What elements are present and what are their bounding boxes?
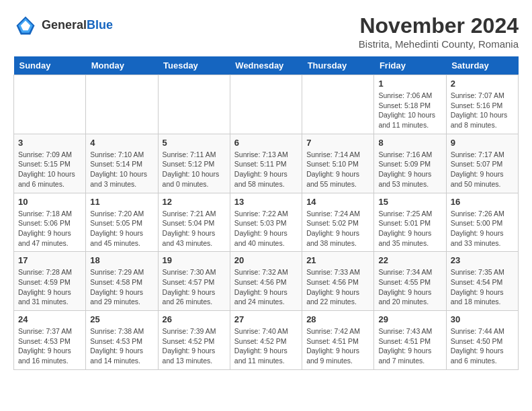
title-section: November 2024 Bistrita, Mehedinti County… bbox=[359, 13, 519, 50]
day-of-week-header: Thursday bbox=[302, 56, 374, 75]
day-number: 8 bbox=[378, 138, 441, 148]
day-number: 25 bbox=[90, 314, 153, 324]
day-number: 7 bbox=[306, 138, 369, 148]
day-of-week-header: Saturday bbox=[446, 56, 518, 75]
calendar-cell: 19Sunrise: 7:30 AM Sunset: 4:57 PM Dayli… bbox=[158, 252, 230, 311]
calendar-cell bbox=[302, 75, 374, 134]
calendar-header-row: SundayMondayTuesdayWednesdayThursdayFrid… bbox=[14, 56, 519, 75]
calendar-cell: 1Sunrise: 7:06 AM Sunset: 5:18 PM Daylig… bbox=[374, 75, 446, 134]
calendar-cell: 3Sunrise: 7:09 AM Sunset: 5:15 PM Daylig… bbox=[14, 134, 86, 193]
calendar-cell bbox=[14, 75, 86, 134]
calendar-cell bbox=[230, 75, 302, 134]
calendar-week-row: 3Sunrise: 7:09 AM Sunset: 5:15 PM Daylig… bbox=[14, 134, 519, 193]
day-number: 13 bbox=[234, 197, 298, 207]
day-number: 3 bbox=[18, 138, 81, 148]
cell-info: Sunrise: 7:26 AM Sunset: 5:00 PM Dayligh… bbox=[451, 209, 514, 248]
cell-info: Sunrise: 7:44 AM Sunset: 4:50 PM Dayligh… bbox=[451, 326, 514, 366]
cell-info: Sunrise: 7:35 AM Sunset: 4:54 PM Dayligh… bbox=[451, 267, 514, 307]
day-number: 29 bbox=[378, 314, 441, 324]
cell-info: Sunrise: 7:16 AM Sunset: 5:09 PM Dayligh… bbox=[378, 150, 441, 189]
day-number: 12 bbox=[163, 197, 226, 207]
day-number: 23 bbox=[451, 255, 514, 265]
calendar-cell: 10Sunrise: 7:18 AM Sunset: 5:06 PM Dayli… bbox=[14, 193, 86, 252]
day-number: 26 bbox=[163, 314, 226, 324]
day-number: 27 bbox=[234, 314, 298, 324]
day-of-week-header: Monday bbox=[86, 56, 158, 75]
cell-info: Sunrise: 7:11 AM Sunset: 5:12 PM Dayligh… bbox=[163, 150, 226, 189]
day-number: 4 bbox=[90, 138, 153, 148]
cell-info: Sunrise: 7:18 AM Sunset: 5:06 PM Dayligh… bbox=[18, 209, 81, 248]
day-number: 30 bbox=[451, 314, 514, 324]
location-title: Bistrita, Mehedinti County, Romania bbox=[359, 38, 519, 50]
calendar-cell: 12Sunrise: 7:21 AM Sunset: 5:04 PM Dayli… bbox=[158, 193, 230, 252]
calendar-cell bbox=[86, 75, 158, 134]
cell-info: Sunrise: 7:06 AM Sunset: 5:18 PM Dayligh… bbox=[378, 91, 441, 130]
calendar-cell: 2Sunrise: 7:07 AM Sunset: 5:16 PM Daylig… bbox=[446, 75, 518, 134]
cell-info: Sunrise: 7:25 AM Sunset: 5:01 PM Dayligh… bbox=[378, 209, 441, 248]
calendar-cell: 4Sunrise: 7:10 AM Sunset: 5:14 PM Daylig… bbox=[86, 134, 158, 193]
calendar-cell: 26Sunrise: 7:39 AM Sunset: 4:52 PM Dayli… bbox=[158, 311, 230, 370]
calendar-cell: 20Sunrise: 7:32 AM Sunset: 4:56 PM Dayli… bbox=[230, 252, 302, 311]
calendar-cell: 23Sunrise: 7:35 AM Sunset: 4:54 PM Dayli… bbox=[446, 252, 518, 311]
page-header: GeneralBlue November 2024 Bistrita, Mehe… bbox=[13, 13, 519, 50]
cell-info: Sunrise: 7:33 AM Sunset: 4:56 PM Dayligh… bbox=[306, 267, 369, 307]
logo-icon bbox=[13, 13, 38, 38]
cell-info: Sunrise: 7:38 AM Sunset: 4:53 PM Dayligh… bbox=[90, 326, 153, 366]
day-number: 21 bbox=[306, 255, 369, 265]
cell-info: Sunrise: 7:10 AM Sunset: 5:14 PM Dayligh… bbox=[90, 150, 153, 189]
cell-info: Sunrise: 7:22 AM Sunset: 5:03 PM Dayligh… bbox=[234, 209, 298, 248]
calendar-cell: 8Sunrise: 7:16 AM Sunset: 5:09 PM Daylig… bbox=[374, 134, 446, 193]
calendar-cell: 9Sunrise: 7:17 AM Sunset: 5:07 PM Daylig… bbox=[446, 134, 518, 193]
calendar-cell: 6Sunrise: 7:13 AM Sunset: 5:11 PM Daylig… bbox=[230, 134, 302, 193]
month-title: November 2024 bbox=[359, 13, 519, 38]
day-of-week-header: Wednesday bbox=[230, 56, 302, 75]
day-number: 2 bbox=[451, 79, 514, 89]
calendar-week-row: 10Sunrise: 7:18 AM Sunset: 5:06 PM Dayli… bbox=[14, 193, 519, 252]
calendar-week-row: 24Sunrise: 7:37 AM Sunset: 4:53 PM Dayli… bbox=[14, 311, 519, 370]
cell-info: Sunrise: 7:20 AM Sunset: 5:05 PM Dayligh… bbox=[90, 209, 153, 248]
calendar-week-row: 1Sunrise: 7:06 AM Sunset: 5:18 PM Daylig… bbox=[14, 75, 519, 134]
calendar-cell: 29Sunrise: 7:43 AM Sunset: 4:51 PM Dayli… bbox=[374, 311, 446, 370]
calendar-cell: 27Sunrise: 7:40 AM Sunset: 4:52 PM Dayli… bbox=[230, 311, 302, 370]
cell-info: Sunrise: 7:37 AM Sunset: 4:53 PM Dayligh… bbox=[18, 326, 81, 366]
calendar-table: SundayMondayTuesdayWednesdayThursdayFrid… bbox=[13, 56, 519, 370]
day-of-week-header: Tuesday bbox=[158, 56, 230, 75]
cell-info: Sunrise: 7:17 AM Sunset: 5:07 PM Dayligh… bbox=[451, 150, 514, 189]
day-number: 17 bbox=[18, 255, 81, 265]
logo-text: GeneralBlue bbox=[42, 19, 113, 32]
cell-info: Sunrise: 7:14 AM Sunset: 5:10 PM Dayligh… bbox=[306, 150, 369, 189]
day-number: 24 bbox=[18, 314, 81, 324]
calendar-cell: 22Sunrise: 7:34 AM Sunset: 4:55 PM Dayli… bbox=[374, 252, 446, 311]
day-number: 16 bbox=[451, 197, 514, 207]
day-number: 9 bbox=[451, 138, 514, 148]
calendar-cell: 7Sunrise: 7:14 AM Sunset: 5:10 PM Daylig… bbox=[302, 134, 374, 193]
cell-info: Sunrise: 7:07 AM Sunset: 5:16 PM Dayligh… bbox=[451, 91, 514, 130]
day-number: 19 bbox=[163, 255, 226, 265]
cell-info: Sunrise: 7:39 AM Sunset: 4:52 PM Dayligh… bbox=[163, 326, 226, 366]
cell-info: Sunrise: 7:24 AM Sunset: 5:02 PM Dayligh… bbox=[306, 209, 369, 248]
calendar-cell: 28Sunrise: 7:42 AM Sunset: 4:51 PM Dayli… bbox=[302, 311, 374, 370]
calendar-cell: 25Sunrise: 7:38 AM Sunset: 4:53 PM Dayli… bbox=[86, 311, 158, 370]
calendar-cell: 13Sunrise: 7:22 AM Sunset: 5:03 PM Dayli… bbox=[230, 193, 302, 252]
cell-info: Sunrise: 7:40 AM Sunset: 4:52 PM Dayligh… bbox=[234, 326, 298, 366]
day-number: 20 bbox=[234, 255, 298, 265]
logo: GeneralBlue bbox=[13, 13, 113, 38]
day-number: 10 bbox=[18, 197, 81, 207]
calendar-cell: 14Sunrise: 7:24 AM Sunset: 5:02 PM Dayli… bbox=[302, 193, 374, 252]
day-number: 22 bbox=[378, 255, 441, 265]
cell-info: Sunrise: 7:29 AM Sunset: 4:58 PM Dayligh… bbox=[90, 267, 153, 307]
cell-info: Sunrise: 7:30 AM Sunset: 4:57 PM Dayligh… bbox=[163, 267, 226, 307]
calendar-cell: 18Sunrise: 7:29 AM Sunset: 4:58 PM Dayli… bbox=[86, 252, 158, 311]
calendar-cell: 24Sunrise: 7:37 AM Sunset: 4:53 PM Dayli… bbox=[14, 311, 86, 370]
day-number: 15 bbox=[378, 197, 441, 207]
day-number: 14 bbox=[306, 197, 369, 207]
day-of-week-header: Friday bbox=[374, 56, 446, 75]
day-number: 11 bbox=[90, 197, 153, 207]
calendar-cell: 5Sunrise: 7:11 AM Sunset: 5:12 PM Daylig… bbox=[158, 134, 230, 193]
calendar-cell: 21Sunrise: 7:33 AM Sunset: 4:56 PM Dayli… bbox=[302, 252, 374, 311]
day-number: 1 bbox=[378, 79, 441, 89]
calendar-cell: 30Sunrise: 7:44 AM Sunset: 4:50 PM Dayli… bbox=[446, 311, 518, 370]
cell-info: Sunrise: 7:13 AM Sunset: 5:11 PM Dayligh… bbox=[234, 150, 298, 189]
calendar-cell bbox=[158, 75, 230, 134]
cell-info: Sunrise: 7:28 AM Sunset: 4:59 PM Dayligh… bbox=[18, 267, 81, 307]
